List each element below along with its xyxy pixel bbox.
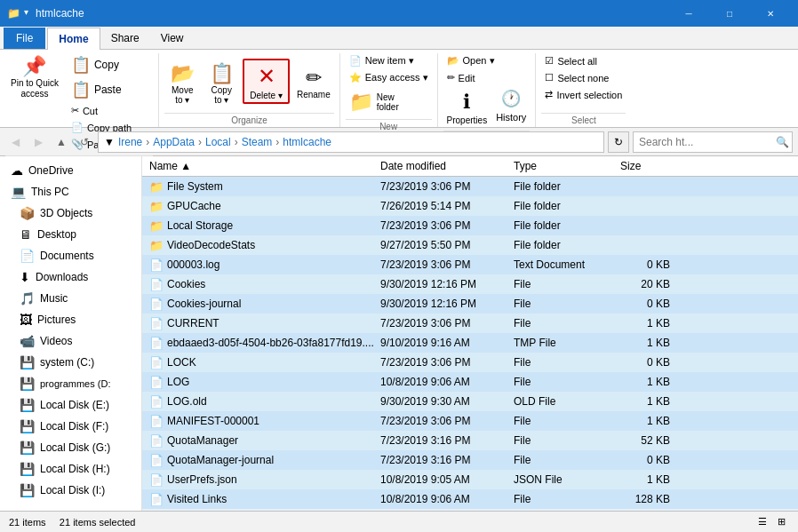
delete-button[interactable]: ✕ Delete ▾ <box>243 59 290 104</box>
delete-icon: ✕ <box>258 64 275 89</box>
table-row[interactable]: 📄 UserPrefs.json 10/8/2019 9:05 AM JSON … <box>142 470 798 489</box>
up-button[interactable]: ▲ <box>52 132 71 152</box>
tab-home[interactable]: Home <box>47 28 100 50</box>
table-row[interactable]: 📄 LOG.old 9/30/2019 9:30 AM OLD File 1 K… <box>142 392 798 411</box>
properties-icon: ℹ <box>463 91 470 114</box>
file-type: File <box>507 491 613 507</box>
table-row[interactable]: 📁 File System 7/23/2019 3:06 PM File fol… <box>142 177 798 196</box>
sidebar-item-onedrive[interactable]: ☁ OneDrive <box>0 160 141 181</box>
path-local[interactable]: Local <box>205 136 231 148</box>
table-row[interactable]: 📁 GPUCache 7/26/2019 5:14 PM File folder <box>142 196 798 216</box>
pin-quick-access-button[interactable]: 📌 Pin to Quickaccess <box>5 53 64 101</box>
paste-button[interactable]: 📋 Paste <box>68 78 153 101</box>
table-row[interactable]: 📄 LOG 10/8/2019 9:06 AM File 1 KB <box>142 372 798 392</box>
select-all-button[interactable]: ☑ Select all <box>541 53 601 68</box>
drive-g-icon: 💾 <box>20 441 35 455</box>
file-name: 📄 ebdaaed3-d05f-4504-bb26-03fa8177fd19..… <box>142 335 373 352</box>
sidebar-item-thispc[interactable]: 💻 This PC <box>0 181 141 202</box>
file-name: 📄 Cookies-journal <box>142 296 373 313</box>
table-row[interactable]: 📄 Visited Links 10/8/2019 9:06 AM File 1… <box>142 489 798 509</box>
close-button[interactable]: ✕ <box>750 0 791 27</box>
cut-button[interactable]: ✂ Cut <box>68 103 153 118</box>
selected-count: 21 items selected <box>60 517 136 528</box>
table-row[interactable]: 📄 Cookies-journal 9/30/2019 12:16 PM Fil… <box>142 294 798 314</box>
sidebar-item-systemc[interactable]: 💾 system (C:) <box>0 352 141 373</box>
file-date: 10/8/2019 9:06 AM <box>373 491 507 507</box>
easy-access-icon: ⭐ <box>349 72 362 83</box>
file-date: 9/30/2019 9:30 AM <box>373 393 507 409</box>
invert-selection-button[interactable]: ⇄ Invert selection <box>541 87 626 102</box>
rename-button[interactable]: ✏ Rename <box>293 63 334 99</box>
file-type: Text Document <box>507 257 613 273</box>
sidebar-item-locali[interactable]: 💾 Local Disk (I:) <box>0 480 141 501</box>
table-row[interactable]: 📄 LOCK 7/23/2019 3:06 PM File 0 KB <box>142 353 798 372</box>
file-type-icon: 📄 <box>149 415 164 428</box>
back-button[interactable]: ◀ <box>5 132 25 152</box>
tab-view[interactable]: View <box>150 28 195 49</box>
col-header-size[interactable]: Size <box>613 156 684 176</box>
sidebar-item-downloads[interactable]: ⬇ Downloads <box>0 266 141 288</box>
col-header-type[interactable]: Type <box>507 156 613 176</box>
new-item-button[interactable]: 📄 New item ▾ <box>346 53 418 68</box>
sidebar-item-programmesd[interactable]: 💾 programmes (D: <box>0 373 141 394</box>
sidebar-item-locale[interactable]: 💾 Local Disk (E:) <box>0 394 141 416</box>
ribbon-tabs: File Home Share View <box>0 27 798 50</box>
file-size: 1 KB <box>613 374 684 390</box>
properties-button[interactable]: ℹ Properties <box>443 87 491 127</box>
path-irene[interactable]: Irene <box>118 136 142 148</box>
tab-file[interactable]: File <box>4 28 45 49</box>
sidebar-item-localh-label: Local Disk (H:) <box>40 463 110 475</box>
sidebar-item-localg[interactable]: 💾 Local Disk (G:) <box>0 437 141 458</box>
invert-selection-label: Invert selection <box>556 90 622 100</box>
move-to-button[interactable]: 📂 Move to ▾ <box>164 59 200 105</box>
table-row[interactable]: 📁 Local Storage 7/23/2019 3:06 PM File f… <box>142 216 798 235</box>
forward-button[interactable]: ▶ <box>28 132 48 152</box>
path-steam[interactable]: Steam <box>242 136 273 148</box>
table-row[interactable]: 📄 ebdaaed3-d05f-4504-bb26-03fa8177fd19..… <box>142 333 798 353</box>
table-row[interactable]: 📄 QuotaManager-journal 7/23/2019 3:16 PM… <box>142 450 798 470</box>
sidebar-item-music-label: Music <box>40 292 68 305</box>
new-folder-button[interactable]: 📁 Newfolder <box>346 87 403 115</box>
file-date: 9/10/2019 9:16 AM <box>373 335 507 351</box>
search-input[interactable] <box>639 136 772 148</box>
details-view-button[interactable]: ☰ <box>754 514 770 529</box>
sidebar-item-desktop[interactable]: 🖥 Desktop <box>0 224 141 245</box>
table-row[interactable]: 📁 VideoDecodeStats 9/27/2019 5:50 PM Fil… <box>142 235 798 255</box>
col-header-date[interactable]: Date modified <box>373 156 507 176</box>
file-date: 7/23/2019 3:06 PM <box>373 218 507 234</box>
properties-label: Properties <box>447 115 488 125</box>
refresh-button[interactable]: ↺ <box>75 132 94 152</box>
sidebar-item-localf[interactable]: 💾 Local Disk (F:) <box>0 416 141 437</box>
tiles-view-button[interactable]: ⊞ <box>774 514 789 529</box>
path-htmlcache[interactable]: htmlcache <box>283 136 331 148</box>
file-type-icon: 📄 <box>149 434 164 448</box>
address-path[interactable]: ▼ Irene › AppData › Local › Steam › html… <box>98 131 604 153</box>
thispc-icon: 💻 <box>11 185 26 199</box>
sidebar-item-localh[interactable]: 💾 Local Disk (H:) <box>0 458 141 480</box>
file-type: File folder <box>507 237 613 253</box>
table-row[interactable]: 📄 000003.log 7/23/2019 3:06 PM Text Docu… <box>142 255 798 274</box>
sidebar-item-3dobjects[interactable]: 📦 3D Objects <box>0 202 141 224</box>
tab-share[interactable]: Share <box>100 28 150 49</box>
table-row[interactable]: 📄 MANIFEST-000001 7/23/2019 3:06 PM File… <box>142 411 798 431</box>
history-button[interactable]: 🕐 History <box>492 87 530 127</box>
file-type: File <box>507 374 613 390</box>
sidebar-item-documents[interactable]: 📄 Documents <box>0 245 141 266</box>
path-appdata[interactable]: AppData <box>153 136 195 148</box>
edit-button[interactable]: ✏ Edit <box>443 70 479 85</box>
table-row[interactable]: 📄 CURRENT 7/23/2019 3:06 PM File 1 KB <box>142 314 798 333</box>
copy-to-button[interactable]: 📋 Copy to ▾ <box>203 59 239 105</box>
open-button[interactable]: 📂 Open ▾ <box>443 53 499 68</box>
table-row[interactable]: 📄 Cookies 9/30/2019 12:16 PM File 20 KB <box>142 274 798 294</box>
copy-button[interactable]: 📋 Copy <box>68 53 153 76</box>
sidebar-item-pictures[interactable]: 🖼 Pictures <box>0 309 141 330</box>
sidebar-item-videos[interactable]: 📹 Videos <box>0 330 141 352</box>
table-row[interactable]: 📄 QuotaManager 7/23/2019 3:16 PM File 52… <box>142 431 798 450</box>
col-header-name[interactable]: Name ▲ <box>142 156 373 176</box>
refresh-path-button[interactable]: ↻ <box>608 131 629 153</box>
minimize-button[interactable]: ─ <box>668 0 709 27</box>
easy-access-button[interactable]: ⭐ Easy access ▾ <box>346 70 432 85</box>
maximize-button[interactable]: □ <box>709 0 750 27</box>
sidebar-item-music[interactable]: 🎵 Music <box>0 288 141 309</box>
select-none-button[interactable]: ☐ Select none <box>541 70 612 85</box>
